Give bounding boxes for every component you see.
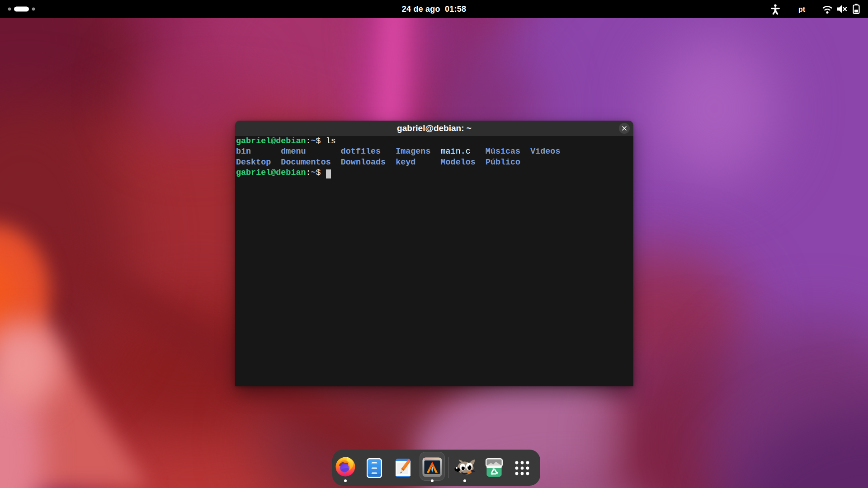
svg-text:pt: pt (798, 5, 806, 13)
